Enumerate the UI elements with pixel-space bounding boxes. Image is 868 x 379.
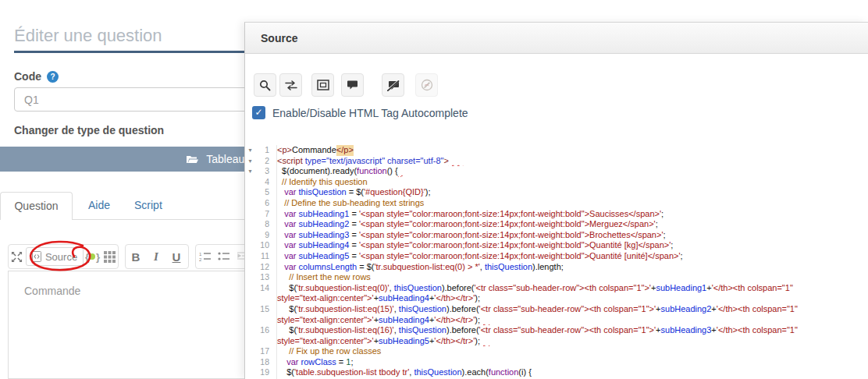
code-line[interactable]: 13 // Insert the new rows [245, 272, 868, 283]
source-modal: Source [244, 22, 868, 379]
fold-gutter [245, 315, 255, 326]
fold-gutter [245, 272, 255, 283]
maximize-frame-icon [317, 80, 329, 90]
tab-script[interactable]: Script [134, 192, 162, 220]
code-line[interactable]: 6 // Define the sub-heading text strings [245, 198, 868, 209]
line-number: 5 [255, 187, 273, 198]
fold-arrow-icon[interactable]: ▾ [245, 156, 255, 167]
autocomplete-checkbox-label: Enable/Disable HTML Tag Autocomplete [272, 107, 468, 119]
line-number: 19 [255, 367, 273, 378]
underline-button[interactable]: U [166, 250, 187, 264]
fold-gutter [245, 283, 255, 294]
question-type-label: Changer de type de question [14, 124, 164, 136]
maximize-editor-icon[interactable] [9, 247, 26, 266]
code-line[interactable]: ▾1<p>Commande</p> [245, 145, 868, 156]
code-line[interactable]: 7 var subHeading1 = '<span style="color:… [245, 209, 868, 220]
replacement-fields-icon[interactable]: {} [84, 247, 101, 266]
line-number: 11 [255, 251, 273, 262]
fold-gutter [245, 177, 255, 188]
code-line[interactable]: 16 $('tr.subquestion-list:eq(16)', thisQ… [245, 325, 868, 336]
code-editor[interactable]: ▾1<p>Commande</p>▾2<script type="text/ja… [245, 145, 868, 379]
line-number: 14 [255, 283, 273, 294]
help-icon[interactable]: ? [47, 71, 59, 83]
code-line[interactable]: ▾2<script type="text/javascript" charset… [245, 156, 868, 167]
fold-gutter [245, 198, 255, 209]
maximize-button[interactable] [311, 73, 334, 97]
code-line[interactable]: ▾3 $(document).ready(function() { [245, 166, 868, 177]
line-number: 3 [255, 166, 273, 177]
code-line[interactable]: style="text-align:center">'+subHeading4+… [245, 315, 868, 326]
line-number: 16 [255, 325, 273, 336]
fold-gutter [245, 325, 255, 336]
question-editor-screen: Code ? Changer de type de question Table… [0, 0, 868, 379]
italic-button[interactable]: I [146, 250, 166, 264]
line-number: 10 [255, 240, 273, 251]
wysiwyg-toolbar-group-2: B I U [125, 244, 189, 269]
fold-gutter [245, 240, 255, 251]
uncomment-button[interactable] [382, 73, 404, 97]
source-button[interactable]: Source [26, 247, 84, 266]
svg-text:2: 2 [199, 257, 202, 262]
code-line[interactable]: 11 var subHeading5 = '<span style="color… [245, 251, 868, 262]
fold-gutter [245, 230, 255, 241]
replace-icon [285, 80, 297, 90]
code-line[interactable]: style="text-align:center">'+subHeading4+… [245, 293, 868, 304]
source-modal-header: Source [245, 23, 868, 54]
numbered-list-icon[interactable]: 1 2 [196, 247, 215, 266]
gutter-divider [276, 145, 277, 379]
code-label: Code [14, 70, 41, 83]
wysiwyg-toolbar-group-1: Source {} [8, 244, 119, 269]
code-line[interactable]: 10 var subHeading4 = '<span style="color… [245, 240, 868, 251]
auto-format-button [415, 73, 438, 97]
uncomment-icon [387, 80, 400, 91]
replace-button[interactable] [279, 73, 302, 97]
code-line[interactable]: 12 var columnsLength = $('tr.subquestion… [245, 262, 868, 273]
source-button-label: Source [45, 251, 77, 263]
line-number: 8 [255, 219, 273, 230]
line-number: 6 [255, 198, 273, 209]
comment-icon [347, 80, 358, 90]
line-number [255, 336, 273, 347]
search-button[interactable] [254, 73, 276, 97]
code-line[interactable]: 14 $('tr.subquestion-list:eq(0)', thisQu… [245, 283, 868, 294]
code-line[interactable]: 18 var rowClass = 1; [245, 357, 868, 368]
bold-button[interactable]: B [126, 250, 146, 264]
folder-icon [186, 154, 199, 165]
bullet-list-icon[interactable] [215, 247, 233, 266]
line-number: 1 [255, 145, 273, 156]
fold-gutter [245, 187, 255, 198]
code-line[interactable]: style="text-align:center">'+subHeading5+… [245, 336, 868, 347]
line-number: 12 [255, 262, 273, 273]
fold-gutter [245, 219, 255, 230]
fold-gutter [245, 336, 255, 347]
line-number [255, 293, 273, 304]
line-number: 15 [255, 304, 273, 315]
code-line[interactable]: 5 var thisQuestion = $('#question{QID}')… [245, 187, 868, 198]
fold-gutter [245, 293, 255, 304]
fold-gutter [245, 251, 255, 262]
autocomplete-checkbox-row: ✓ Enable/Disable HTML Tag Autocomplete [252, 106, 468, 119]
fold-gutter [245, 304, 255, 315]
code-line[interactable]: 15 $('tr.subquestion-list:eq(15)', thisQ… [245, 304, 868, 315]
fold-gutter [245, 262, 255, 273]
line-number: 17 [255, 346, 273, 357]
tab-aide[interactable]: Aide [88, 192, 110, 220]
code-line[interactable]: 9 var subHeading3 = '<span style="color:… [245, 230, 868, 241]
fold-gutter [245, 346, 255, 357]
fold-gutter [245, 209, 255, 220]
code-rows: ▾1<p>Commande</p>▾2<script type="text/ja… [245, 145, 868, 378]
line-number: 9 [255, 230, 273, 241]
fold-arrow-icon[interactable]: ▾ [245, 145, 255, 156]
code-line[interactable]: 19 $('table.subquestion-list tbody tr', … [245, 367, 868, 378]
table-grid-icon[interactable] [101, 247, 118, 266]
tab-question[interactable]: Question [0, 192, 73, 220]
fold-arrow-icon[interactable]: ▾ [245, 166, 255, 177]
source-toolbar [254, 73, 438, 97]
line-number: 2 [255, 156, 273, 167]
comment-button[interactable] [341, 73, 364, 97]
autocomplete-checkbox[interactable]: ✓ [252, 106, 265, 119]
code-line[interactable]: 4 // Identify this question [245, 177, 868, 188]
code-line[interactable]: 17 // Fix up the row classes [245, 346, 868, 357]
auto-format-icon [421, 79, 433, 91]
code-line[interactable]: 8 var subHeading2 = '<span style="color:… [245, 219, 868, 230]
